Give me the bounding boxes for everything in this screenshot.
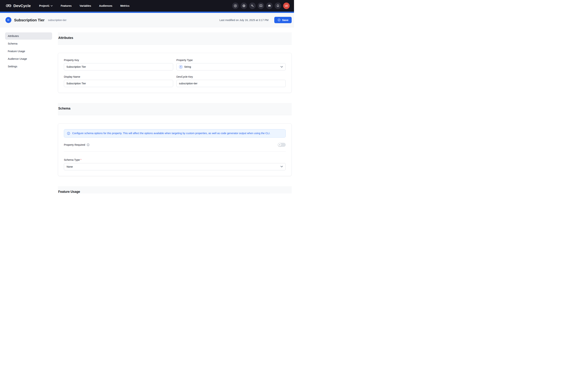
page-header: Subscription Tier subscription-tier Last… [0, 13, 294, 27]
schema-type-value: None [66, 165, 73, 168]
notifications-button[interactable] [275, 2, 281, 9]
property-type-select[interactable]: S String [176, 63, 286, 70]
sidebar-item-label: Attributes [8, 35, 19, 38]
attributes-card: Property Key Property Type S String [58, 53, 292, 93]
property-required-row: Property Required [64, 143, 286, 147]
sidebar-item-audience-usage[interactable]: Audience Usage [5, 55, 52, 63]
info-icon [87, 143, 89, 146]
section-title: Schema [58, 107, 292, 110]
back-button[interactable] [5, 17, 11, 23]
primary-nav: Project1 Features Variables Audiences Me… [39, 4, 129, 7]
docs-button[interactable] [258, 2, 264, 9]
sidebar-item-feature-usage[interactable]: Feature Usage [5, 48, 52, 55]
property-type-label: Property Type [176, 59, 286, 62]
devcycle-key-label: DevCycle Key [176, 75, 286, 78]
nav-project-switcher[interactable]: Project1 [39, 4, 53, 7]
schema-card: Configure schema options for this proper… [58, 124, 292, 176]
display-name-field: Display Name [64, 75, 173, 87]
display-name-input[interactable] [64, 80, 173, 87]
top-navbar: DevCycle Project1 Features Variables Aud… [0, 0, 294, 12]
attributes-section-heading: Attributes [58, 32, 292, 44]
schema-type-label-wrap: Schema Type* [64, 158, 286, 161]
nav-metrics[interactable]: Metrics [120, 4, 129, 7]
chevron-down-icon [51, 5, 53, 6]
brand-name: DevCycle [13, 4, 31, 8]
navbar-actions: LE [232, 2, 290, 9]
sidebar-item-label: Feature Usage [8, 50, 25, 53]
accent-bar [0, 12, 294, 13]
property-key-field: Property Key [64, 59, 173, 70]
property-required-toggle[interactable] [278, 143, 286, 147]
schema-info-banner: Configure schema options for this proper… [64, 129, 286, 138]
nav-audiences[interactable]: Audiences [99, 4, 112, 7]
nav-project-label: Project1 [39, 4, 49, 7]
required-asterisk: * [80, 158, 82, 161]
sidebar-item-attributes[interactable]: Attributes [5, 32, 52, 40]
property-key-label: Property Key [64, 59, 173, 62]
chevron-down-icon [280, 66, 283, 68]
sidebar-item-label: Settings [8, 65, 17, 68]
api-keys-button[interactable] [249, 2, 256, 9]
sidebar-item-settings[interactable]: Settings [5, 63, 52, 70]
settings-button[interactable] [241, 2, 247, 9]
property-required-label-wrap: Property Required [64, 143, 89, 146]
bell-icon [276, 4, 280, 8]
divider [64, 151, 286, 152]
book-icon [259, 4, 263, 8]
main-content: Attributes Property Key Property Type S … [58, 32, 292, 194]
feature-usage-section-heading: Feature Usage [58, 186, 292, 194]
header-actions: Last modified on July 16, 2025 at 3:17 P… [219, 17, 292, 23]
schema-type-field: Schema Type* None [64, 158, 286, 170]
sidebar-item-label: Schema [8, 42, 17, 45]
display-name-label: Display Name [64, 75, 173, 78]
devcycle-key-field: DevCycle Key [176, 75, 286, 87]
last-modified-text: Last modified on July 16, 2025 at 3:17 P… [219, 19, 269, 22]
settings-sidebar: Attributes Schema Feature Usage Audience… [5, 32, 52, 70]
section-title: Attributes [58, 36, 292, 40]
sidebar-item-schema[interactable]: Schema [5, 40, 52, 47]
toggle-knob [278, 143, 281, 147]
nav-features[interactable]: Features [61, 4, 71, 7]
info-icon [67, 132, 70, 135]
discord-icon [268, 4, 271, 8]
save-button-label: Save [282, 19, 288, 22]
user-avatar[interactable]: LE [283, 2, 290, 9]
create-button[interactable] [232, 2, 239, 9]
chevron-down-icon [280, 166, 283, 168]
property-type-field: Property Type S String [176, 59, 286, 70]
key-icon [251, 4, 254, 8]
schema-type-select[interactable]: None [64, 163, 286, 170]
page-key: subscription-tier [48, 19, 66, 22]
arrow-left-icon [7, 19, 10, 22]
page-title: Subscription Tier [14, 18, 44, 22]
schema-type-label: Schema Type [64, 158, 80, 161]
sidebar-item-label: Audience Usage [8, 57, 27, 60]
nav-variables[interactable]: Variables [80, 4, 91, 7]
property-type-value: String [184, 65, 191, 68]
discord-button[interactable] [266, 2, 273, 9]
page: DevCycle Project1 Features Variables Aud… [0, 0, 294, 194]
property-required-label: Property Required [64, 143, 85, 146]
plus-circle-icon [233, 4, 237, 8]
brand[interactable]: DevCycle [5, 3, 31, 8]
devcycle-logo-icon [5, 3, 12, 8]
x-icon [279, 144, 280, 146]
section-title: Feature Usage [58, 190, 292, 194]
attributes-fields: Property Key Property Type S String [64, 59, 286, 87]
property-key-input[interactable] [64, 63, 173, 70]
gear-icon [242, 4, 246, 8]
check-circle-icon [277, 19, 281, 22]
devcycle-key-input[interactable] [176, 80, 286, 87]
save-button[interactable]: Save [274, 17, 292, 23]
schema-info-text: Configure schema options for this proper… [72, 131, 270, 135]
schema-section-heading: Schema [58, 103, 292, 115]
body: Attributes Schema Feature Usage Audience… [0, 27, 294, 194]
string-type-icon: S [179, 65, 183, 69]
